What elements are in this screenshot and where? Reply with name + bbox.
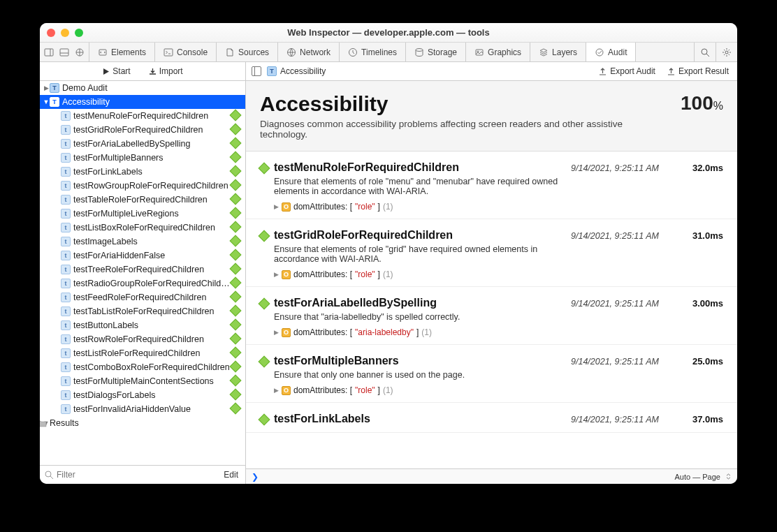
main-scroll[interactable]: Accessibility Diagnoses common accessibi…	[246, 81, 737, 468]
result-item: testForMultipleBanners9/14/2021, 9:25:11…	[246, 345, 737, 403]
dock-detach-icon[interactable]	[75, 47, 85, 57]
start-button[interactable]: Start	[96, 65, 136, 77]
search-button[interactable]	[694, 43, 716, 61]
sidebar: Start Import ▶TDemo Audit▼TAccessibility…	[40, 62, 246, 484]
tree-node[interactable]: ttestForMultipleMainContentSections	[40, 374, 245, 388]
dom-attributes[interactable]: ▶OdomAttributes: ["role"] (1)	[274, 269, 723, 279]
pass-icon	[231, 153, 241, 163]
pass-icon	[231, 125, 241, 135]
chevron-updown-icon	[725, 473, 732, 480]
import-button[interactable]: Import	[143, 65, 189, 77]
disclosure-icon: ▶	[274, 271, 279, 278]
tab-elements[interactable]: Elements	[89, 43, 155, 61]
tree-node[interactable]: ttestTreeRoleForRequiredChildren	[40, 263, 245, 276]
result-duration: 25.0ms	[681, 356, 723, 367]
svg-rect-8	[164, 49, 173, 56]
test-icon: t	[61, 251, 71, 260]
tree-node[interactable]: ttestListBoxRoleForRequiredChildren	[40, 221, 245, 235]
result-timestamp: 9/14/2021, 9:25:11 AM	[571, 299, 676, 309]
tab-layers[interactable]: Layers	[530, 43, 586, 61]
tree-node[interactable]: ▼TAccessibility	[40, 95, 245, 109]
tab-storage[interactable]: Storage	[406, 43, 466, 61]
score: 100%	[681, 92, 723, 114]
dock-bottom-icon[interactable]	[59, 47, 69, 57]
dom-attributes[interactable]: ▶OdomAttributes: ["role"] (1)	[274, 202, 723, 212]
tabbar: ElementsConsoleSourcesNetworkTimelinesSt…	[40, 43, 737, 62]
svg-line-16	[706, 54, 709, 57]
test-icon: t	[61, 279, 71, 288]
edit-button[interactable]: Edit	[221, 470, 241, 480]
tree-node[interactable]: ttestRadioGroupRoleForRequiredChildren	[40, 276, 245, 290]
tree-node[interactable]: ttestListRoleForRequiredChildren	[40, 346, 245, 360]
export-audit-button[interactable]: Export Audit	[595, 66, 658, 76]
tree-node[interactable]: ttestForMultipleBanners	[40, 151, 245, 165]
test-icon: t	[61, 195, 71, 205]
tab-timelines[interactable]: Timelines	[340, 43, 406, 61]
tree-label: testForAriaLabelledBySpelling	[73, 139, 231, 149]
titlebar: Web Inspector — developer.apple.com — to…	[40, 23, 737, 43]
tree-node[interactable]: ttestTabListRoleForRequiredChildren	[40, 304, 245, 318]
tree-node[interactable]: ttestMenuRoleForRequiredChildren	[40, 109, 245, 123]
test-icon: t	[61, 167, 71, 177]
tree-node[interactable]: ttestFeedRoleForRequiredChildren	[40, 290, 245, 304]
tree-node[interactable]: ttestRowGroupRoleForRequiredChildren	[40, 179, 245, 193]
play-icon	[102, 68, 110, 75]
test-icon: t	[61, 265, 71, 274]
tree-label: Results	[50, 418, 231, 428]
tree-label: testTabListRoleForRequiredChildren	[73, 306, 231, 316]
tree-node[interactable]: ttestRowRoleForRequiredChildren	[40, 332, 245, 346]
pass-icon	[231, 390, 241, 400]
result-item: testMenuRoleForRequiredChildren9/14/2021…	[246, 152, 737, 219]
pass-icon	[231, 334, 241, 344]
tree-node[interactable]: ttestForInvalidAriaHiddenValue	[40, 402, 245, 416]
svg-line-19	[50, 476, 53, 479]
tree-node[interactable]: ttestImageLabels	[40, 235, 245, 249]
tab-graphics[interactable]: Graphics	[466, 43, 530, 61]
zoom-button[interactable]	[75, 29, 83, 37]
tree-label: testButtonLabels	[73, 320, 231, 330]
tree-node[interactable]: ttestForMultipleLiveRegions	[40, 207, 245, 221]
tree-node[interactable]: ttestForLinkLabels	[40, 165, 245, 179]
tree-node[interactable]: ttestDialogsForLabels	[40, 388, 245, 402]
object-icon: O	[282, 386, 291, 395]
audit-tree[interactable]: ▶TDemo Audit▼TAccessibilityttestMenuRole…	[40, 81, 245, 465]
page-title: Accessibility	[260, 92, 681, 116]
tree-node[interactable]: ▼Results	[40, 416, 245, 430]
breadcrumb[interactable]: T Accessibility	[267, 66, 326, 76]
dock-right-icon[interactable]	[44, 47, 54, 57]
object-icon: O	[282, 202, 291, 212]
tree-node[interactable]: ttestGridRoleForRequiredChildren	[40, 123, 245, 137]
settings-button[interactable]	[716, 43, 737, 61]
tree-label: testMenuRoleForRequiredChildren	[73, 111, 231, 121]
console-prompt-icon[interactable]: ❯	[252, 472, 259, 482]
tree-node[interactable]: ttestComboBoxRoleForRequiredChildren	[40, 360, 245, 374]
export-result-button[interactable]: Export Result	[664, 66, 732, 76]
tab-sources[interactable]: Sources	[217, 43, 278, 61]
result-desc: Ensure that "aria-labelledby" is spelled…	[274, 312, 567, 322]
pass-icon	[231, 279, 241, 288]
minimize-button[interactable]	[61, 29, 69, 37]
tree-node[interactable]: ▶TDemo Audit	[40, 81, 245, 95]
graphics-icon	[474, 47, 484, 57]
tree-node[interactable]: ttestButtonLabels	[40, 318, 245, 332]
close-button[interactable]	[47, 29, 55, 37]
tab-network[interactable]: Network	[278, 43, 340, 61]
export-icon	[667, 67, 676, 76]
filter-input[interactable]	[57, 470, 218, 480]
tree-node[interactable]: ttestForAriaLabelledBySpelling	[40, 137, 245, 151]
tree-label: testRowGroupRoleForRequiredChildren	[73, 181, 231, 191]
dom-attributes[interactable]: ▶OdomAttributes: ["aria-labeledby"] (1)	[274, 327, 723, 337]
result-name: testForAriaLabelledBySpelling	[274, 297, 565, 309]
dom-attributes[interactable]: ▶OdomAttributes: ["role"] (1)	[274, 385, 723, 395]
zoom-control[interactable]: Auto — Page	[675, 473, 732, 481]
tree-label: testForAriaHiddenFalse	[73, 251, 231, 260]
import-icon	[149, 68, 157, 75]
tab-audit[interactable]: Audit	[586, 43, 636, 61]
tree-label: testForMultipleLiveRegions	[73, 209, 231, 219]
tree-node[interactable]: ttestForAriaHiddenFalse	[40, 249, 245, 263]
sidebar-toggle-icon[interactable]	[252, 66, 261, 76]
tab-console[interactable]: Console	[155, 43, 217, 61]
tree-node[interactable]: ttestTableRoleForRequiredChildren	[40, 193, 245, 207]
tree-label: testTableRoleForRequiredChildren	[73, 195, 231, 205]
result-item: testForLinkLabels9/14/2021, 9:25:11 AM37…	[246, 403, 737, 433]
